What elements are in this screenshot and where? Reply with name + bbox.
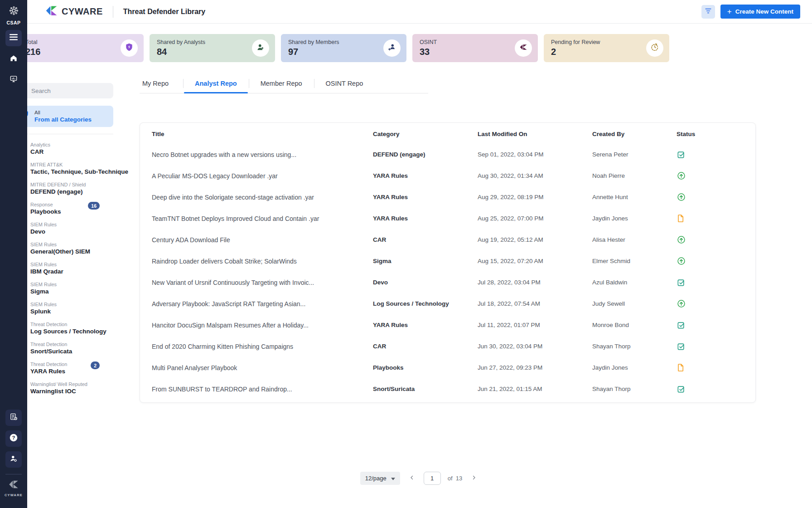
row-title[interactable]: TeamTNT Botnet Deploys Improved Cloud an… bbox=[152, 215, 373, 222]
total-pages: 13 bbox=[456, 475, 462, 482]
table-row[interactable]: From SUNBURST to TEARDROP and Raindrop..… bbox=[140, 378, 755, 400]
app-header: CYWARE Threat Defender Library + Create … bbox=[27, 0, 812, 24]
row-category: YARA Rules bbox=[373, 215, 478, 222]
row-last-modified: Jul 28, 2022, 03:04 PM bbox=[478, 279, 592, 286]
sidebar-category-item[interactable]: Threat Detection Snort/Suricata bbox=[15, 340, 113, 360]
row-category: YARA Rules bbox=[373, 172, 478, 179]
cyware-brand: CYWARE bbox=[45, 5, 103, 19]
column-category: Category bbox=[373, 131, 478, 137]
row-title[interactable]: Adversary Playbook: JavaScript RAT Targe… bbox=[152, 300, 373, 308]
prev-page-button[interactable] bbox=[407, 473, 417, 484]
sidebar-category-item[interactable]: Threat Detection YARA Rules 2 bbox=[15, 360, 113, 380]
category-group-label: Warninglist/ Well Reputed bbox=[30, 381, 87, 387]
sidebar-category-item[interactable]: Threat Detection Log Sources / Technolog… bbox=[15, 320, 113, 340]
stat-value: 97 bbox=[288, 47, 399, 57]
search-input[interactable] bbox=[31, 88, 99, 94]
sidebar-item-all-categories[interactable]: All From all Categories bbox=[15, 106, 113, 127]
account-settings-button[interactable] bbox=[5, 451, 22, 468]
sidebar-category-item[interactable]: SIEM Rules Devo bbox=[15, 220, 113, 240]
filter-button[interactable] bbox=[701, 5, 715, 19]
all-item-title: All bbox=[34, 110, 92, 115]
sidebar-search bbox=[15, 83, 113, 98]
category-group-label: Analytics bbox=[30, 142, 50, 147]
category-name: Warninglist IOC bbox=[30, 388, 87, 395]
chevron-right-icon bbox=[471, 474, 477, 482]
stat-label: Total bbox=[25, 39, 136, 45]
sidebar-category-item[interactable]: SIEM Rules General(Other) SIEM bbox=[15, 240, 113, 260]
sidebar-category-item[interactable]: Analytics CAR bbox=[15, 140, 113, 160]
row-title[interactable]: Hancitor DocuSign Malspam Resumes After … bbox=[152, 322, 373, 329]
row-last-modified: Jun 21, 2022, 01:15 AM bbox=[478, 386, 592, 392]
home-button[interactable] bbox=[5, 51, 22, 67]
category-name: General(Other) SIEM bbox=[30, 248, 90, 255]
table-row[interactable]: New Variant of Ursnif Continuously Targe… bbox=[140, 272, 755, 293]
row-created-by: Noah Pierre bbox=[592, 172, 677, 179]
table-row[interactable]: Adversary Playbook: JavaScript RAT Targe… bbox=[140, 293, 755, 314]
hamburger-icon bbox=[10, 34, 18, 42]
table-row[interactable]: Raindrop Loader delivers Cobalt Strike; … bbox=[140, 250, 755, 272]
row-category: CAR bbox=[373, 236, 478, 243]
category-name: Devo bbox=[30, 228, 57, 235]
category-name: IBM Qradar bbox=[30, 268, 63, 275]
of-label: of bbox=[448, 475, 453, 482]
row-title[interactable]: New Variant of Ursnif Continuously Targe… bbox=[152, 279, 373, 286]
row-title[interactable]: A Peculiar MS-DOS Legacy Downloader .yar bbox=[152, 172, 373, 180]
row-title[interactable]: Deep dive into the Solorigate second-sta… bbox=[152, 194, 373, 201]
row-created-by: Monroe Bond bbox=[592, 322, 677, 328]
stat-label: Shared by Members bbox=[288, 39, 399, 45]
stat-card: Shared by Analysts 84 bbox=[150, 34, 275, 62]
row-last-modified: Aug 30, 2022, 01:34 AM bbox=[478, 172, 592, 179]
create-new-content-button[interactable]: + Create New Content bbox=[720, 5, 800, 19]
table-row[interactable]: Necro Botnet upgrades with a new version… bbox=[140, 144, 755, 165]
tab-my-repo[interactable]: My Repo bbox=[140, 76, 183, 93]
csap-logo[interactable]: CSAP bbox=[7, 5, 21, 25]
per-page-select[interactable]: 12/page bbox=[360, 472, 400, 485]
sidebar-category-item[interactable]: MITRE DEFEND / Shield DEFEND (engage) bbox=[15, 180, 113, 200]
row-category: YARA Rules bbox=[373, 194, 478, 200]
tab-osint-repo[interactable]: OSINT Repo bbox=[314, 76, 375, 93]
per-page-value: 12/page bbox=[365, 475, 387, 482]
menu-button[interactable] bbox=[5, 30, 22, 46]
row-title[interactable]: Century ADA Download File bbox=[152, 236, 373, 244]
category-group-label: SIEM Rules bbox=[30, 302, 57, 307]
next-page-button[interactable] bbox=[469, 473, 479, 484]
sidebar-category-item[interactable]: Response Playbooks 16 bbox=[15, 200, 113, 220]
cyware-mark-gray-icon bbox=[8, 479, 19, 492]
help-button[interactable]: ? bbox=[5, 430, 22, 447]
row-title[interactable]: Raindrop Loader delivers Cobalt Strike; … bbox=[152, 258, 373, 265]
page-number-input[interactable] bbox=[424, 472, 441, 485]
table-row[interactable]: Century ADA Download File CAR Aug 19, 20… bbox=[140, 229, 755, 250]
sidebar-category-item[interactable]: SIEM Rules IBM Qradar bbox=[15, 260, 113, 280]
row-category: DEFEND (engage) bbox=[373, 151, 478, 158]
category-group-label: SIEM Rules bbox=[30, 222, 57, 227]
table-row[interactable]: Multi Panel Analyser Playbook Playbooks … bbox=[140, 357, 755, 378]
row-category: Devo bbox=[373, 279, 478, 286]
cyware-rail-label: CYWARE bbox=[5, 493, 23, 497]
table-row[interactable]: Deep dive into the Solorigate second-sta… bbox=[140, 186, 755, 208]
status-approved-check-icon bbox=[677, 278, 755, 287]
status-published-upload-icon bbox=[677, 171, 755, 181]
table-row[interactable]: TeamTNT Botnet Deploys Improved Cloud an… bbox=[140, 208, 755, 229]
sidebar-category-item[interactable]: Warninglist/ Well Reputed Warninglist IO… bbox=[15, 380, 113, 400]
tab-member-repo[interactable]: Member Repo bbox=[249, 76, 314, 93]
dashboard-button[interactable] bbox=[5, 72, 22, 88]
table-row[interactable]: Hancitor DocuSign Malspam Resumes After … bbox=[140, 314, 755, 336]
sidebar-category-item[interactable]: SIEM Rules Splunk bbox=[15, 300, 113, 320]
content-table: Title Category Last Modified On Created … bbox=[140, 122, 756, 403]
sidebar-category-item[interactable]: MITRE ATT&K Tactic, Technique, Sub-Techn… bbox=[15, 160, 113, 180]
status-published-upload-icon bbox=[677, 192, 755, 202]
status-approved-check-icon bbox=[677, 321, 755, 330]
row-title[interactable]: From SUNBURST to TEARDROP and Raindrop..… bbox=[152, 386, 373, 393]
rail-divider bbox=[5, 474, 22, 474]
tab-analyst-repo[interactable]: Analyst Repo bbox=[183, 76, 249, 93]
row-title[interactable]: Multi Panel Analyser Playbook bbox=[152, 364, 373, 371]
table-row[interactable]: End of 2020 Charming Kitten Phishing Cam… bbox=[140, 336, 755, 357]
sidebar-category-item[interactable]: SIEM Rules Sigma bbox=[15, 280, 113, 300]
status-draft-doc-icon bbox=[677, 363, 755, 372]
row-title[interactable]: End of 2020 Charming Kitten Phishing Cam… bbox=[152, 343, 373, 350]
row-last-modified: Jun 27, 2022, 09:23 PM bbox=[478, 364, 592, 371]
row-title[interactable]: Necro Botnet upgrades with a new version… bbox=[152, 151, 373, 158]
stat-label: Pending for Review bbox=[551, 39, 662, 45]
table-row[interactable]: A Peculiar MS-DOS Legacy Downloader .yar… bbox=[140, 165, 755, 186]
news-feed-button[interactable] bbox=[5, 410, 22, 426]
